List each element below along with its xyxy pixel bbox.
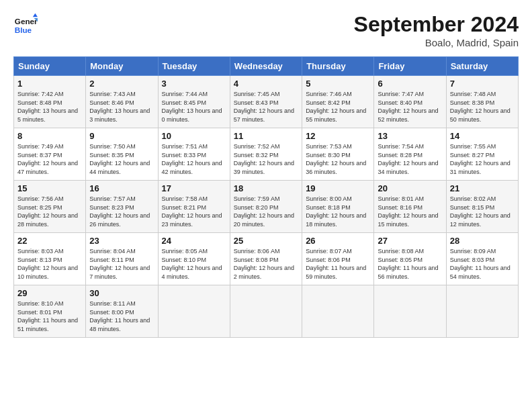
day-number: 19 (306, 183, 370, 193)
calendar-cell (230, 285, 302, 338)
col-friday: Friday (374, 57, 446, 76)
day-number: 27 (378, 236, 442, 246)
calendar-cell: 19Sunrise: 8:00 AMSunset: 8:18 PMDayligh… (302, 181, 374, 233)
calendar-cell: 15Sunrise: 7:56 AMSunset: 8:25 PMDayligh… (14, 181, 86, 233)
calendar-cell: 1Sunrise: 7:42 AMSunset: 8:48 PMDaylight… (14, 76, 86, 128)
header-row: Sunday Monday Tuesday Wednesday Thursday… (14, 57, 519, 76)
day-info: Sunrise: 8:01 AMSunset: 8:16 PMDaylight:… (378, 195, 442, 228)
day-number: 17 (162, 183, 226, 193)
day-info: Sunrise: 8:08 AMSunset: 8:05 PMDaylight:… (378, 247, 442, 281)
day-info: Sunrise: 8:06 AMSunset: 8:08 PMDaylight:… (234, 247, 298, 281)
day-info: Sunrise: 7:50 AMSunset: 8:35 PMDaylight:… (89, 142, 154, 176)
calendar-cell: 14Sunrise: 7:55 AMSunset: 8:27 PMDayligh… (446, 128, 518, 181)
day-info: Sunrise: 7:47 AMSunset: 8:40 PMDaylight:… (378, 90, 442, 124)
day-info: Sunrise: 8:07 AMSunset: 8:06 PMDaylight:… (306, 247, 370, 281)
svg-marker-2 (33, 13, 38, 17)
day-number: 24 (162, 236, 226, 246)
day-number: 26 (306, 236, 370, 246)
day-number: 20 (378, 183, 442, 193)
month-title: September 2024 (354, 12, 519, 37)
title-block: September 2024 Boalo, Madrid, Spain (354, 12, 519, 48)
logo: General Blue (13, 12, 38, 36)
day-info: Sunrise: 7:45 AMSunset: 8:43 PMDaylight:… (234, 90, 298, 124)
calendar-cell: 26Sunrise: 8:07 AMSunset: 8:06 PMDayligh… (302, 233, 374, 285)
calendar-cell: 21Sunrise: 8:02 AMSunset: 8:15 PMDayligh… (446, 181, 518, 233)
day-info: Sunrise: 7:42 AMSunset: 8:48 PMDaylight:… (17, 90, 82, 124)
location: Boalo, Madrid, Spain (354, 37, 519, 48)
calendar-cell: 22Sunrise: 8:03 AMSunset: 8:13 PMDayligh… (14, 233, 86, 285)
calendar-cell: 18Sunrise: 7:59 AMSunset: 8:20 PMDayligh… (230, 181, 302, 233)
calendar-cell: 28Sunrise: 8:09 AMSunset: 8:03 PMDayligh… (446, 233, 518, 285)
calendar-body: 1Sunrise: 7:42 AMSunset: 8:48 PMDaylight… (14, 76, 519, 338)
page-container: General Blue September 2024 Boalo, Madri… (0, 0, 532, 345)
calendar-cell: 13Sunrise: 7:54 AMSunset: 8:28 PMDayligh… (374, 128, 446, 181)
day-info: Sunrise: 8:10 AMSunset: 8:01 PMDaylight:… (17, 300, 82, 333)
day-number: 7 (450, 79, 515, 89)
calendar-cell: 10Sunrise: 7:51 AMSunset: 8:33 PMDayligh… (158, 128, 230, 181)
day-info: Sunrise: 7:55 AMSunset: 8:27 PMDaylight:… (450, 142, 515, 176)
calendar-week-3: 15Sunrise: 7:56 AMSunset: 8:25 PMDayligh… (14, 181, 519, 233)
col-sunday: Sunday (14, 57, 86, 76)
day-info: Sunrise: 7:51 AMSunset: 8:33 PMDaylight:… (162, 142, 226, 176)
day-number: 3 (162, 79, 226, 89)
col-thursday: Thursday (302, 57, 374, 76)
calendar-cell: 8Sunrise: 7:49 AMSunset: 8:37 PMDaylight… (14, 128, 86, 181)
day-info: Sunrise: 8:11 AMSunset: 8:00 PMDaylight:… (89, 300, 154, 333)
calendar-week-5: 29Sunrise: 8:10 AMSunset: 8:01 PMDayligh… (14, 285, 519, 338)
col-tuesday: Tuesday (158, 57, 230, 76)
calendar-cell: 12Sunrise: 7:53 AMSunset: 8:30 PMDayligh… (302, 128, 374, 181)
day-number: 14 (450, 131, 515, 141)
calendar-cell: 24Sunrise: 8:05 AMSunset: 8:10 PMDayligh… (158, 233, 230, 285)
logo-icon: General Blue (13, 12, 38, 36)
day-number: 21 (450, 183, 515, 193)
svg-text:General: General (15, 17, 38, 26)
calendar-cell: 27Sunrise: 8:08 AMSunset: 8:05 PMDayligh… (374, 233, 446, 285)
calendar-cell: 5Sunrise: 7:46 AMSunset: 8:42 PMDaylight… (302, 76, 374, 128)
calendar-cell (374, 285, 446, 338)
calendar-cell: 3Sunrise: 7:44 AMSunset: 8:45 PMDaylight… (158, 76, 230, 128)
day-number: 28 (450, 236, 515, 246)
calendar-cell (158, 285, 230, 338)
calendar-week-2: 8Sunrise: 7:49 AMSunset: 8:37 PMDaylight… (14, 128, 519, 181)
day-info: Sunrise: 8:02 AMSunset: 8:15 PMDaylight:… (450, 195, 515, 228)
svg-text:Blue: Blue (15, 26, 32, 34)
day-number: 25 (234, 236, 298, 246)
calendar-week-1: 1Sunrise: 7:42 AMSunset: 8:48 PMDaylight… (14, 76, 519, 128)
calendar-cell: 9Sunrise: 7:50 AMSunset: 8:35 PMDaylight… (86, 128, 158, 181)
day-number: 12 (306, 131, 370, 141)
day-info: Sunrise: 7:46 AMSunset: 8:42 PMDaylight:… (306, 90, 370, 124)
calendar-cell: 25Sunrise: 8:06 AMSunset: 8:08 PMDayligh… (230, 233, 302, 285)
day-number: 9 (89, 131, 154, 141)
day-info: Sunrise: 8:03 AMSunset: 8:13 PMDaylight:… (17, 247, 82, 281)
day-info: Sunrise: 7:56 AMSunset: 8:25 PMDaylight:… (17, 195, 82, 228)
day-info: Sunrise: 7:48 AMSunset: 8:38 PMDaylight:… (450, 90, 515, 124)
calendar-cell: 7Sunrise: 7:48 AMSunset: 8:38 PMDaylight… (446, 76, 518, 128)
calendar-cell: 4Sunrise: 7:45 AMSunset: 8:43 PMDaylight… (230, 76, 302, 128)
col-wednesday: Wednesday (230, 57, 302, 76)
day-number: 18 (234, 183, 298, 193)
day-info: Sunrise: 8:05 AMSunset: 8:10 PMDaylight:… (162, 247, 226, 281)
day-info: Sunrise: 7:54 AMSunset: 8:28 PMDaylight:… (378, 142, 442, 176)
calendar-cell: 11Sunrise: 7:52 AMSunset: 8:32 PMDayligh… (230, 128, 302, 181)
calendar-cell: 23Sunrise: 8:04 AMSunset: 8:11 PMDayligh… (86, 233, 158, 285)
day-info: Sunrise: 7:43 AMSunset: 8:46 PMDaylight:… (89, 90, 154, 124)
day-info: Sunrise: 8:04 AMSunset: 8:11 PMDaylight:… (89, 247, 154, 281)
day-number: 13 (378, 131, 442, 141)
day-number: 15 (17, 183, 82, 193)
calendar-cell: 6Sunrise: 7:47 AMSunset: 8:40 PMDaylight… (374, 76, 446, 128)
col-monday: Monday (86, 57, 158, 76)
day-number: 4 (234, 79, 298, 89)
day-number: 16 (89, 183, 154, 193)
calendar-cell: 29Sunrise: 8:10 AMSunset: 8:01 PMDayligh… (14, 285, 86, 338)
calendar-cell: 20Sunrise: 8:01 AMSunset: 8:16 PMDayligh… (374, 181, 446, 233)
day-number: 6 (378, 79, 442, 89)
day-info: Sunrise: 7:49 AMSunset: 8:37 PMDaylight:… (17, 142, 82, 176)
day-info: Sunrise: 7:53 AMSunset: 8:30 PMDaylight:… (306, 142, 370, 176)
day-info: Sunrise: 7:58 AMSunset: 8:21 PMDaylight:… (162, 195, 226, 228)
day-number: 29 (17, 288, 82, 298)
day-number: 5 (306, 79, 370, 89)
day-number: 8 (17, 131, 82, 141)
day-info: Sunrise: 8:09 AMSunset: 8:03 PMDaylight:… (450, 247, 515, 281)
day-info: Sunrise: 7:44 AMSunset: 8:45 PMDaylight:… (162, 90, 226, 124)
day-info: Sunrise: 7:52 AMSunset: 8:32 PMDaylight:… (234, 142, 298, 176)
